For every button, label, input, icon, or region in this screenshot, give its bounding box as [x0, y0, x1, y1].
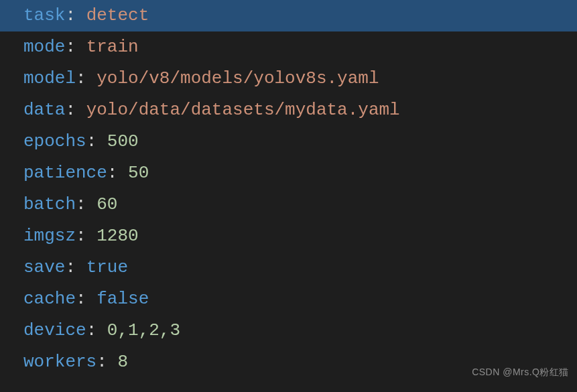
yaml-colon: : — [65, 100, 86, 120]
yaml-value: yolo/v8/models/yolov8s.yaml — [97, 68, 379, 88]
yaml-value: false — [97, 289, 149, 309]
yaml-colon: : — [76, 289, 97, 309]
code-line[interactable]: device: 0,1,2,3 — [23, 315, 577, 346]
code-line[interactable]: data: yolo/data/datasets/mydata.yaml — [23, 94, 577, 126]
code-line[interactable]: save: true — [23, 252, 577, 283]
code-line[interactable]: model: yolo/v8/models/yolov8s.yaml — [23, 63, 577, 94]
yaml-value: 500 — [107, 131, 139, 151]
code-line[interactable]: task: detect — [0, 0, 577, 31]
yaml-value: 50 — [128, 163, 149, 183]
yaml-key: epochs — [23, 131, 86, 151]
yaml-key: workers — [23, 352, 97, 372]
yaml-colon: : — [86, 320, 107, 340]
yaml-key: patience — [23, 163, 107, 183]
yaml-key: task — [23, 5, 65, 25]
yaml-colon: : — [76, 68, 97, 88]
yaml-key: cache — [23, 289, 76, 309]
yaml-value: yolo/data/datasets/mydata.yaml — [86, 100, 400, 120]
yaml-value: 60 — [97, 194, 117, 214]
code-line[interactable]: epochs: 500 — [23, 126, 577, 157]
yaml-value: 1280 — [97, 226, 138, 246]
yaml-colon: : — [65, 257, 86, 277]
yaml-value: 8 — [117, 352, 128, 372]
yaml-colon: : — [76, 194, 97, 214]
yaml-colon: : — [107, 163, 128, 183]
code-line[interactable]: patience: 50 — [23, 157, 577, 189]
yaml-key: imgsz — [23, 226, 76, 246]
yaml-colon: : — [65, 5, 86, 25]
yaml-colon: : — [65, 37, 86, 57]
yaml-key: save — [23, 257, 65, 277]
yaml-colon: : — [76, 226, 97, 246]
yaml-colon: : — [97, 352, 117, 372]
code-line[interactable]: imgsz: 1280 — [23, 220, 577, 252]
code-editor[interactable]: task: detectmode: trainmodel: yolo/v8/mo… — [0, 0, 577, 378]
yaml-key: data — [23, 100, 65, 120]
yaml-value: detect — [86, 5, 149, 25]
yaml-value: 0,1,2,3 — [107, 320, 180, 340]
yaml-value: true — [86, 257, 128, 277]
yaml-key: batch — [23, 194, 76, 214]
watermark: CSDN @Mrs.Q粉红猫 — [472, 356, 569, 388]
yaml-key: device — [23, 320, 86, 340]
yaml-value: train — [86, 37, 139, 57]
code-line[interactable]: cache: false — [23, 283, 577, 315]
yaml-key: mode — [23, 37, 65, 57]
code-line[interactable]: batch: 60 — [23, 189, 577, 220]
yaml-colon: : — [86, 131, 107, 151]
yaml-key: model — [23, 68, 76, 88]
code-line[interactable]: mode: train — [23, 31, 577, 63]
